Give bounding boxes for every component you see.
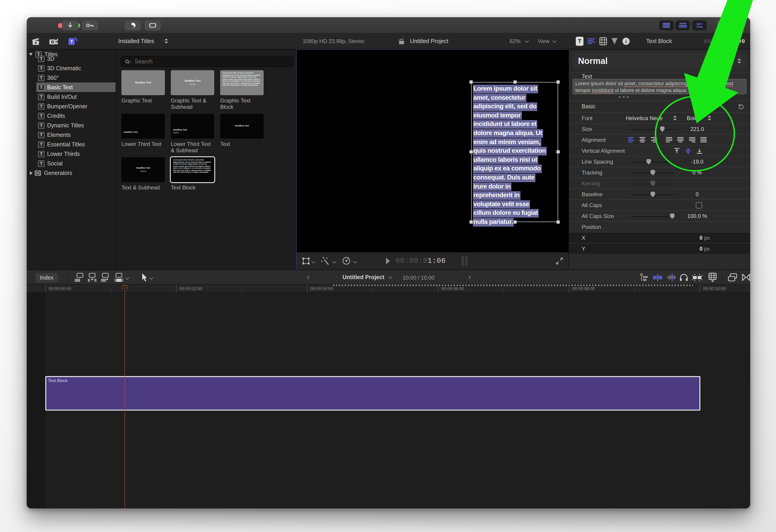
solo-icon[interactable]	[680, 273, 688, 282]
import-media-button[interactable]	[62, 20, 78, 30]
viewer-view-menu[interactable]: View	[538, 38, 550, 44]
timeline-clip-text-block[interactable]: Text Block	[45, 376, 700, 410]
sidebar-item-dynamic-titles[interactable]: TDynamic Titles	[36, 121, 125, 130]
slider-thumb[interactable]	[650, 170, 655, 175]
audio-meter[interactable]	[461, 256, 464, 266]
sidebar-item-lower-thirds[interactable]: TLower Thirds	[36, 149, 125, 159]
sidebar-item-social[interactable]: TSocial	[36, 159, 125, 168]
fullscreen-icon[interactable]	[556, 257, 563, 264]
browser-view-toggle-button[interactable]	[659, 20, 673, 30]
timeline-project-title[interactable]: Untitled Project	[343, 274, 384, 281]
expand-field-dots[interactable]	[619, 96, 629, 98]
align-right-icon[interactable]	[650, 137, 657, 143]
photos-audio-icon[interactable]	[49, 37, 59, 46]
sidebar-item-3d-cinematic[interactable]: T3D Cinematic	[36, 63, 125, 73]
playhead-line[interactable]	[125, 285, 125, 508]
audio-skimming-icon[interactable]	[667, 273, 676, 282]
installed-titles-selector[interactable]: Installed Titles	[118, 38, 154, 44]
baseline-value[interactable]: 0	[680, 191, 714, 198]
valign-bottom-icon[interactable]	[696, 148, 703, 154]
transform-menu-chevron-icon[interactable]	[312, 260, 316, 263]
slider-thumb[interactable]	[650, 192, 655, 197]
timeline-index-panel-icon[interactable]	[728, 273, 737, 282]
viewer-canvas[interactable]: Lorem ipsum dolor sit amet, consectetur …	[297, 49, 569, 252]
sidebar-item-essential-titles[interactable]: TEssential Titles	[36, 140, 125, 149]
all-caps-size-value[interactable]: 100.0 %	[680, 213, 714, 219]
sidebar-item-360[interactable]: T360°	[36, 73, 125, 82]
titles-generators-icon[interactable]: T	[67, 37, 78, 46]
slider-thumb[interactable]	[670, 213, 674, 219]
justify-all-icon[interactable]	[700, 137, 707, 143]
slider-thumb[interactable]	[660, 127, 664, 132]
effects-browser-icon[interactable]	[742, 273, 750, 282]
justify-right-icon[interactable]	[689, 137, 696, 143]
valign-middle-icon[interactable]	[685, 148, 691, 154]
installed-titles-stepper-icon[interactable]	[164, 38, 168, 43]
next-project-chevron-icon[interactable]	[467, 276, 471, 280]
enhancements-menu-chevron-icon[interactable]	[333, 260, 336, 263]
justify-left-icon[interactable]	[666, 137, 672, 143]
timeline-ruler[interactable]: 00:00:00:00 00:00:02:00 00:00:04:00 00:0…	[27, 285, 750, 293]
search-field[interactable]	[121, 56, 294, 67]
title-card-text-block[interactable]: Lorem ipsum dolor sit amet, consectetur …	[171, 157, 214, 191]
enhancements-wand-icon[interactable]	[321, 256, 330, 265]
tracking-value[interactable]: 0 %	[680, 169, 714, 176]
tool-menu-chevron-icon[interactable]	[150, 276, 153, 280]
resize-handle[interactable]	[556, 150, 560, 154]
play-button[interactable]	[386, 258, 390, 264]
justify-center-icon[interactable]	[677, 137, 684, 143]
resize-handle[interactable]	[513, 80, 517, 84]
snapping-icon[interactable]	[653, 274, 663, 281]
position-y-value[interactable]: 0 px	[700, 245, 710, 252]
share-button[interactable]	[717, 20, 734, 30]
background-tasks-button[interactable]	[125, 20, 141, 30]
sidebar-item-credits[interactable]: TCredits	[36, 111, 125, 121]
font-family-dropdown[interactable]: Helvetica Neue	[617, 115, 671, 122]
title-card-lower-third-text[interactable]: Headline Text Lower Third Text	[122, 114, 165, 147]
font-weight-stepper-icon[interactable]	[708, 116, 711, 121]
title-card-graphic-text-subhead[interactable]: Headline Text Subhead Graphic Text & Sub…	[171, 70, 214, 110]
title-card-lower-third-text-subhead[interactable]: Headline Text Subhead Lower Third Text &…	[171, 114, 214, 154]
index-button[interactable]: Index	[35, 273, 58, 282]
retime-menu-chevron-icon[interactable]	[353, 260, 357, 263]
title-card-text[interactable]: Headline Text Text	[220, 114, 264, 147]
tracking-slider[interactable]	[631, 172, 673, 174]
title-card-graphic-text-block[interactable]: Lorem ipsum dolor sit amet, consectetur …	[220, 70, 264, 110]
audio-meter[interactable]	[465, 256, 467, 266]
position-x-value[interactable]: 0 px	[700, 235, 710, 241]
disclosure-triangle-icon[interactable]	[29, 53, 33, 55]
clip-skimming-icon[interactable]	[692, 274, 703, 282]
resize-handle[interactable]	[556, 220, 560, 224]
append-edit-icon[interactable]	[101, 273, 110, 282]
sidebar-item-bumper-opener[interactable]: TBumper/Opener	[36, 102, 125, 111]
keyword-editor-button[interactable]	[82, 20, 98, 30]
resize-handle[interactable]	[469, 150, 473, 154]
clip-appearance-icon[interactable]	[708, 273, 717, 282]
text-content-field[interactable]: Lorem ipsum dolor sit amet, consectetur …	[573, 79, 747, 94]
sidebar-item-build-in-out[interactable]: TBuild In/Out	[36, 92, 125, 102]
resize-handle[interactable]	[556, 80, 560, 84]
resize-handle[interactable]	[469, 220, 473, 224]
resize-handle[interactable]	[469, 80, 473, 84]
size-slider[interactable]	[631, 129, 673, 130]
previous-project-chevron-icon[interactable]	[307, 276, 311, 280]
timeline-tracks[interactable]: Text Block	[27, 293, 750, 508]
extensions-button[interactable]	[145, 20, 161, 30]
reset-section-icon[interactable]	[738, 103, 744, 110]
timeline-view-toggle-button[interactable]	[675, 20, 690, 30]
line-spacing-slider[interactable]	[631, 162, 673, 163]
title-card-text-subhead[interactable]: Headline Text Subhead Text & Subhead	[122, 157, 165, 191]
retime-icon[interactable]	[342, 256, 351, 265]
overwrite-edit-icon[interactable]	[115, 273, 123, 282]
inspector-toggle-button[interactable]	[692, 20, 707, 30]
sidebar-item-3d[interactable]: T3D	[36, 54, 125, 63]
slider-thumb[interactable]	[646, 159, 651, 165]
align-left-icon[interactable]	[628, 137, 635, 143]
transform-tool-icon[interactable]	[302, 257, 310, 264]
edit-options-chevron-icon[interactable]	[126, 276, 129, 280]
disclosure-triangle-icon[interactable]	[30, 171, 33, 175]
all-caps-checkbox[interactable]	[696, 202, 702, 208]
font-family-stepper-icon[interactable]	[673, 116, 677, 121]
viewer-zoom-level[interactable]: 62%	[510, 38, 521, 44]
insert-edit-icon[interactable]	[88, 273, 96, 282]
